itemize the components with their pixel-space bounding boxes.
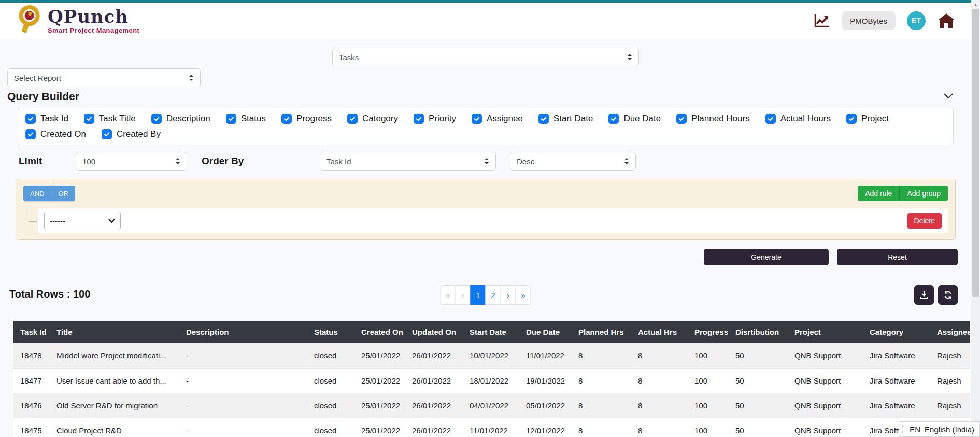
column-header: Project <box>788 321 863 343</box>
checkbox-checked-icon[interactable] <box>102 129 112 139</box>
field-checkbox[interactable]: Priority <box>414 114 456 124</box>
table-cell: QNB Support <box>788 343 863 368</box>
column-header: Due Date <box>519 321 572 343</box>
or-condition-button[interactable]: OR <box>51 186 75 201</box>
field-checkbox[interactable]: Status <box>226 114 266 124</box>
report-select[interactable]: Select Report <box>7 68 201 87</box>
table-cell: 05/01/2022 <box>519 393 572 418</box>
checkbox-checked-icon[interactable] <box>226 114 236 124</box>
checkbox-checked-icon[interactable] <box>25 114 36 124</box>
delete-rule-button[interactable]: Delete <box>907 213 942 229</box>
reset-button[interactable]: Reset <box>837 249 958 265</box>
scrollbar-thumb[interactable] <box>972 9 979 297</box>
download-icon <box>919 290 929 300</box>
field-checkbox-label: Start Date <box>553 114 593 124</box>
table-cell: 50 <box>729 343 788 368</box>
refresh-icon <box>943 290 953 300</box>
table-cell: User Issue cant able to add th... <box>50 368 179 393</box>
table-cell: 100 <box>688 343 729 368</box>
table-cell: closed <box>307 393 354 418</box>
column-header: Category <box>863 321 930 343</box>
field-checkbox[interactable]: Description <box>151 114 210 124</box>
language-label: English (India) <box>925 425 974 434</box>
download-button[interactable] <box>914 285 934 305</box>
table-cell: 100 <box>688 368 729 393</box>
table-cell: 8 <box>572 343 631 368</box>
table-row: 18476Old Server R&D for migration-closed… <box>13 393 970 418</box>
field-checkbox[interactable]: Start Date <box>538 114 593 124</box>
home-icon[interactable] <box>937 12 956 29</box>
field-checkbox[interactable]: Created On <box>25 129 86 139</box>
add-rule-button[interactable]: Add rule <box>858 186 899 201</box>
field-checkbox[interactable]: Due Date <box>608 114 661 124</box>
results-table: Task IdTitleDescriptionStatusCreated OnU… <box>13 321 970 437</box>
pagination-last[interactable]: » <box>516 285 531 305</box>
pagination-prev[interactable]: ‹ <box>456 285 471 305</box>
field-checkbox-label: Assignee <box>487 114 523 124</box>
checkbox-checked-icon[interactable] <box>84 114 94 124</box>
table-cell: 50 <box>729 368 788 393</box>
table-cell: closed <box>307 418 354 437</box>
checkbox-checked-icon[interactable] <box>676 114 687 124</box>
pagination-page-2[interactable]: 2 <box>486 285 501 305</box>
field-checkbox[interactable]: Created By <box>102 129 161 139</box>
field-checkbox[interactable]: Task Title <box>84 114 136 124</box>
field-checkbox[interactable]: Project <box>846 114 889 124</box>
limit-select[interactable]: 100 <box>76 152 187 171</box>
table-cell: 50 <box>729 393 788 418</box>
checkbox-checked-icon[interactable] <box>151 114 162 124</box>
and-condition-button[interactable]: AND <box>23 186 51 201</box>
updown-arrows-icon <box>175 158 180 165</box>
order-direction-select[interactable]: Desc <box>510 152 636 171</box>
analytics-chart-icon[interactable] <box>814 13 830 29</box>
field-checkbox-label: Priority <box>429 114 456 124</box>
vertical-scrollbar[interactable]: ▲ <box>971 0 980 437</box>
checkbox-checked-icon[interactable] <box>281 114 292 124</box>
checkbox-checked-icon[interactable] <box>347 114 358 124</box>
app-logo[interactable]: QPunch Smart Project Management <box>16 5 139 36</box>
rule-builder-group: AND OR Add rule Add group ------ Delete <box>16 179 956 240</box>
table-cell: Jira Software <box>863 368 930 393</box>
table-cell: Old Server R&D for migration <box>50 393 179 418</box>
checkbox-checked-icon[interactable] <box>414 114 424 124</box>
checkbox-checked-icon[interactable] <box>25 129 36 139</box>
table-row: 18477User Issue cant able to add th...-c… <box>13 368 970 393</box>
pagination-first[interactable]: « <box>441 285 456 305</box>
brand-name: QPunch <box>48 8 139 25</box>
field-checkbox[interactable]: Actual Hours <box>765 114 831 124</box>
add-group-button[interactable]: Add group <box>899 186 948 201</box>
field-checkbox[interactable]: Category <box>347 114 398 124</box>
chevron-down-icon <box>108 219 115 223</box>
checkbox-checked-icon[interactable] <box>472 114 482 124</box>
pmobytes-button[interactable]: PMOBytes <box>842 11 896 30</box>
checkbox-checked-icon[interactable] <box>608 114 619 124</box>
table-cell: 11/01/2022 <box>519 343 572 368</box>
query-builder-collapse-icon[interactable] <box>943 92 954 101</box>
field-checkbox[interactable]: Planned Hours <box>676 114 749 124</box>
field-checkbox[interactable]: Assignee <box>472 114 523 124</box>
table-cell: 18478 <box>13 343 50 368</box>
field-checkbox-label: Task Title <box>99 114 136 124</box>
limit-label: Limit <box>19 156 76 167</box>
checkbox-checked-icon[interactable] <box>846 114 857 124</box>
table-cell: - <box>179 368 307 393</box>
scrollbar-up-arrow-icon[interactable]: ▲ <box>971 0 980 9</box>
pagination-next[interactable]: › <box>501 285 516 305</box>
rule-filter-select[interactable]: ------ <box>44 212 121 230</box>
generate-button[interactable]: Generate <box>704 249 829 265</box>
order-field-select[interactable]: Task Id <box>320 152 496 171</box>
pagination-page-1[interactable]: 1 <box>471 285 486 305</box>
grip-dots-icon[interactable]: ⁞⁞ <box>901 426 905 432</box>
checkbox-checked-icon[interactable] <box>538 114 549 124</box>
table-cell: 18/01/2022 <box>463 368 519 393</box>
refresh-button[interactable] <box>938 285 958 305</box>
language-bar[interactable]: ⁞⁞ EN English (India) <box>899 421 980 437</box>
field-checkbox[interactable]: Task Id <box>25 114 68 124</box>
table-cell: 19/01/2022 <box>519 368 572 393</box>
table-cell: 18476 <box>13 393 50 418</box>
checkbox-checked-icon[interactable] <box>765 114 776 124</box>
table-row: 18475Cloud Project R&D-closed25/01/20222… <box>13 418 970 437</box>
field-checkbox[interactable]: Progress <box>281 114 332 124</box>
user-avatar[interactable]: ET <box>907 11 926 30</box>
report-type-select[interactable]: Tasks <box>332 48 639 66</box>
